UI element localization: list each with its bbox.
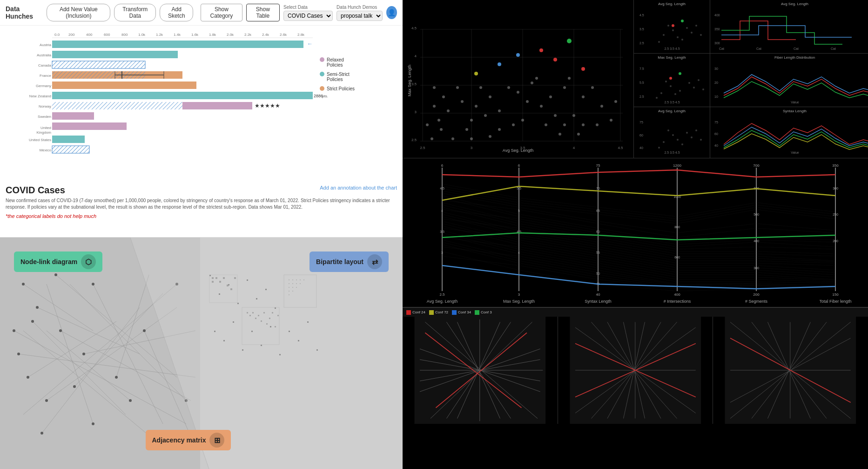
mini-title-3: Max Seg. Length: [636, 55, 708, 60]
svg-text:Sweden: Sweden: [38, 115, 51, 119]
svg-text:5.5: 5.5: [517, 187, 521, 190]
svg-text:3.5: 3.5: [520, 146, 525, 150]
select-data-group: Select Data COVID Cases: [283, 5, 333, 21]
svg-point-233: [539, 48, 543, 52]
svg-point-294: [695, 129, 697, 131]
svg-point-85: [36, 306, 39, 309]
add-sketch-button[interactable]: Add Sketch: [160, 4, 193, 21]
svg-point-101: [92, 283, 94, 285]
svg-point-268: [679, 90, 681, 92]
svg-text:Australia: Australia: [37, 53, 52, 57]
svg-point-201: [475, 105, 478, 108]
svg-point-214: [456, 86, 459, 89]
select-data-dropdown[interactable]: COVID Cases: [283, 11, 333, 21]
thumbnail-legend-row: Conf 24 Conf 72 Conf 34 Conf 3: [403, 307, 868, 317]
svg-point-220: [440, 128, 443, 131]
svg-text:400: 400: [714, 14, 720, 17]
svg-text:Cat: Cat: [719, 47, 724, 50]
svg-point-194: [535, 77, 538, 80]
svg-text:France: France: [40, 74, 51, 78]
svg-point-295: [700, 139, 702, 141]
show-table-button[interactable]: Show Table: [246, 4, 280, 21]
svg-point-226: [610, 119, 612, 122]
svg-text:800: 800: [674, 225, 680, 229]
legend-color-conf72: [429, 310, 434, 315]
thumbnail-3: [713, 317, 868, 424]
svg-text:350: 350: [832, 163, 839, 168]
svg-point-246: [677, 36, 679, 38]
svg-text:Cat: Cat: [794, 47, 799, 50]
svg-text:2.5: 2.5: [639, 41, 644, 45]
svg-rect-19: [52, 41, 303, 48]
svg-text:2.0k: 2.0k: [227, 33, 234, 37]
svg-text:Max Seg. Length: Max Seg. Length: [503, 299, 535, 304]
svg-text:6: 6: [518, 163, 520, 168]
svg-text:United: United: [40, 126, 51, 130]
svg-rect-44: [52, 112, 94, 120]
add-new-value-button[interactable]: Add New Value (Inclusion): [47, 4, 110, 21]
mini-scatter-3: Avg Seg. Length 2.5 3.5 4.5 40 60 75: [634, 107, 710, 158]
svg-text:600: 600: [104, 33, 110, 37]
svg-point-200: [545, 123, 547, 126]
svg-point-189: [517, 91, 519, 94]
svg-text:# Intersections: # Intersections: [664, 299, 691, 304]
svg-point-102: [129, 399, 132, 402]
mini-scatter-1: Avg Seg. Length 2.5 3.5 4.5 2.5 3.5 4.5: [634, 0, 710, 53]
bottom-section: Conf 24 Conf 72 Conf 34 Conf 3: [403, 307, 868, 469]
mini-scatter-svg-3: 2.5 3.5 4.5 40 60 75: [636, 114, 708, 155]
svg-point-253: [672, 24, 674, 27]
svg-text:1.0k: 1.0k: [138, 33, 146, 37]
data-hunch-demos-dropdown[interactable]: proposal talk: [336, 11, 383, 21]
svg-point-269: [665, 81, 667, 82]
svg-point-229: [577, 133, 580, 136]
svg-point-286: [663, 141, 665, 143]
svg-text:500: 500: [754, 213, 759, 216]
svg-point-96: [59, 329, 62, 332]
svg-point-219: [433, 86, 436, 89]
svg-text:4: 4: [415, 54, 417, 58]
svg-text:300: 300: [714, 41, 720, 45]
svg-point-274: [698, 79, 700, 81]
svg-text:Canada: Canada: [38, 63, 52, 68]
svg-text:# Segments: # Segments: [745, 299, 768, 304]
show-category-button[interactable]: Show Category: [201, 4, 242, 21]
svg-text:Mexico: Mexico: [40, 148, 52, 152]
svg-point-218: [433, 105, 436, 108]
svg-text:2.5    3.5    4.5: 2.5 3.5 4.5: [664, 101, 680, 104]
right-panel: Avg Seg. Length Max Seg. Length 2.5 3 3.…: [403, 0, 868, 469]
svg-point-223: [451, 137, 454, 140]
chart-area: 0.0 200 400 600 800 1.0k 1.2k 1.4k 1.6k …: [0, 26, 403, 221]
svg-rect-24: [52, 61, 145, 68]
svg-text:Strict Policies: Strict Policies: [327, 86, 355, 91]
svg-text:3.5: 3.5: [411, 82, 417, 86]
svg-text:40: 40: [639, 146, 643, 150]
svg-point-188: [526, 100, 529, 103]
legend-conf3: Conf 3: [475, 310, 492, 315]
svg-point-293: [658, 147, 660, 149]
svg-text:pts.: pts.: [322, 94, 328, 98]
svg-text:Value: Value: [791, 101, 799, 104]
svg-point-234: [498, 62, 501, 66]
data-hunch-demos-group: Data Hunch Demos proposal talk: [336, 5, 383, 21]
main-scatter-svg: Avg Seg. Length Max Seg. Length 2.5 3 3.…: [406, 4, 630, 157]
svg-text:0.0: 0.0: [54, 33, 60, 37]
toolbar-title: Data Hunches: [6, 5, 41, 20]
thumbnail-svg-1: [403, 317, 558, 424]
svg-text:4.5: 4.5: [639, 14, 644, 17]
transform-data-button[interactable]: Transform Data: [114, 4, 156, 21]
thumbnail-svg-2: [558, 317, 713, 424]
annotation-link[interactable]: Add an annotation about the chart: [320, 185, 397, 190]
svg-point-190: [540, 105, 543, 108]
node-link-icon: ⬡: [81, 254, 96, 269]
legend-conf24: Conf 24: [406, 310, 425, 315]
svg-text:75: 75: [714, 121, 718, 124]
adjacency-label: Adjacency matrix ⊞: [146, 430, 231, 450]
svg-text:Germany: Germany: [36, 84, 51, 88]
svg-point-251: [700, 34, 702, 36]
svg-text:←: ←: [307, 41, 313, 47]
svg-point-192: [549, 95, 552, 98]
legend-conf34: Conf 34: [452, 310, 471, 315]
svg-rect-49: [52, 136, 85, 143]
user-avatar[interactable]: 👤: [386, 6, 397, 19]
svg-text:250: 250: [833, 213, 838, 216]
